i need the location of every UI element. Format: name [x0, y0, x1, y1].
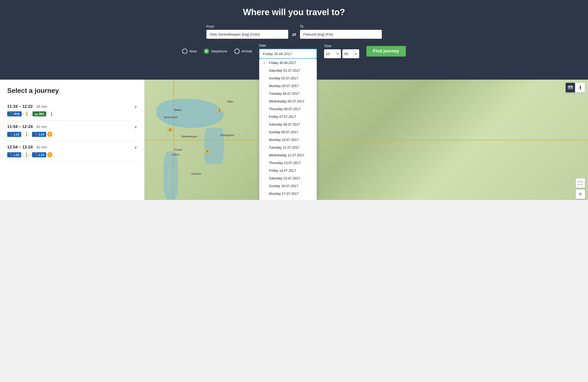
road-sign-22: 22	[167, 128, 173, 132]
badge-r10: 🚂 R10	[7, 111, 22, 116]
date-option-1[interactable]: Saturday 01.07.2017	[259, 67, 317, 74]
from-input[interactable]	[207, 30, 288, 39]
journey-expand-2[interactable]: ∨	[134, 145, 137, 150]
radio-arrival-label: Arrival	[242, 49, 252, 53]
walk-icon-1: 🚶	[49, 112, 54, 116]
map-water-2	[164, 152, 178, 200]
walk-icon-3: 🚶	[24, 152, 29, 157]
map-locate-button[interactable]	[575, 189, 585, 199]
to-input[interactable]	[300, 30, 382, 39]
journey-expand-1[interactable]: ∨	[134, 125, 137, 129]
date-option-13[interactable]: Thursday 13.07.2017	[259, 159, 317, 167]
journey-header-2: 12:54 – 13:24 30 min ∨	[7, 145, 137, 150]
date-option-3[interactable]: Monday 03.07.2017	[259, 82, 317, 90]
badge-l14-2: 🚂 L14	[32, 152, 46, 157]
from-field-group: From	[207, 24, 288, 39]
map-label-hemnes: Hemnes	[191, 172, 201, 175]
date-dropdown[interactable]: ✓Friday 30.06.2017Saturday 01.07.2017Sun…	[259, 59, 317, 200]
journey-time-2: 12:54 – 13:24	[7, 145, 33, 149]
svg-point-3	[569, 88, 569, 89]
arrow-5: ›	[22, 153, 23, 157]
map-walk-view-button[interactable]	[575, 83, 585, 92]
train-icon-l14-2: 🚂	[34, 153, 38, 157]
train-icon-l12-1: 🚂	[9, 132, 13, 136]
date-option-6[interactable]: Thursday 06.07.2017	[259, 105, 317, 113]
train-icon-l12-2: 🚂	[9, 153, 13, 157]
journey-card-1[interactable]: 11:54 – 12:24 30 min ∨ 🚂 L12 › 🚶 › 🚂 L14…	[7, 121, 137, 141]
date-option-12[interactable]: Wednesday 12.07.2017	[259, 151, 317, 159]
date-option-2[interactable]: Sunday 02.07.2017	[259, 74, 317, 82]
radio-now-circle	[182, 49, 188, 54]
date-option-17[interactable]: Monday 17.07.2017	[259, 190, 317, 197]
find-btn-wrapper: Find journey	[366, 46, 406, 57]
date-option-9[interactable]: Sunday 09.07.2017	[259, 128, 317, 136]
radio-departure-label: Departure	[211, 49, 227, 53]
journey-info-0: 11:34 – 12:22 48 min	[7, 104, 47, 109]
map-label-fosser: Fosser	[174, 148, 183, 151]
train-icon-r10: 🚂	[9, 112, 13, 116]
arrow-4: ›	[30, 132, 31, 136]
to-label: To	[300, 24, 382, 28]
badge-881: 🚌 881	[32, 111, 46, 116]
radio-departure-circle	[204, 49, 209, 54]
time-selects: 0001020304050607080910111213141516171819…	[324, 49, 359, 58]
arrow-6: ›	[30, 153, 31, 157]
map-label-matu: Matu	[227, 100, 233, 103]
header-section: Where will you travel to? From ⇄ To Now …	[0, 0, 588, 80]
map-expand-button[interactable]	[575, 178, 585, 188]
train-icon-l14-1: 🚂	[34, 132, 38, 136]
date-option-18[interactable]: Tuesday 18.07.2017	[259, 197, 317, 200]
warning-icon-1: !	[47, 132, 52, 137]
date-group: Date ✓Friday 30.06.2017Saturday 01.07.20…	[259, 43, 317, 59]
check-icon-0: ✓	[263, 61, 267, 65]
time-hour-select[interactable]: 0001020304050607080910111213141516171819…	[324, 49, 341, 58]
date-option-11[interactable]: Tuesday 11.07.2017	[259, 144, 317, 151]
time-label: Time	[324, 44, 359, 48]
time-minute-select[interactable]: 000510152025303540455055	[342, 49, 359, 58]
road-sign-21: 21	[216, 108, 222, 112]
map-label-blaker: Blaker	[174, 108, 182, 111]
transport-row-0: 🚂 R10 › 🚶 › 🚌 881 › 🚶	[7, 111, 137, 116]
radio-now[interactable]: Now	[182, 49, 197, 54]
journey-header-0: 11:34 – 12:22 48 min ∨	[7, 104, 137, 109]
journey-section: Select a journey 11:34 – 12:22 48 min ∨ …	[0, 80, 144, 200]
search-row: From ⇄ To	[10, 24, 578, 39]
date-option-0[interactable]: ✓Friday 30.06.2017	[259, 59, 317, 67]
journey-expand-0[interactable]: ∨	[134, 105, 137, 109]
to-field-group: To	[300, 24, 382, 39]
date-option-8[interactable]: Saturday 08.07.2017	[259, 121, 317, 128]
date-option-5[interactable]: Wednesday 05.07.2017	[259, 97, 317, 105]
journey-info-2: 12:54 – 13:24 30 min	[7, 145, 47, 150]
radio-arrival[interactable]: Arrival	[234, 49, 252, 54]
map-label-skillingsfors: Skillingsfors	[220, 134, 234, 137]
journey-card-0[interactable]: 11:34 – 12:22 48 min ∨ 🚂 R10 › 🚶 › 🚌 881…	[7, 100, 137, 121]
svg-point-5	[580, 85, 581, 86]
date-option-4[interactable]: Tuesday 04.07.2017	[259, 90, 317, 97]
radio-departure[interactable]: Departure	[204, 49, 227, 54]
time-group: Time 00010203040506070809101112131415161…	[324, 44, 359, 58]
radio-departure-inner	[206, 50, 207, 52]
badge-l14-1: 🚂 L14	[32, 132, 46, 137]
journey-duration-0: 48 min	[36, 105, 47, 108]
date-input[interactable]	[259, 49, 317, 59]
date-option-15[interactable]: Saturday 15.07.2017	[259, 174, 317, 182]
map-water-1	[156, 99, 224, 128]
warning-icon-2: !	[47, 152, 52, 157]
radio-row: Now Departure Arrival Date ✓Friday 30.06…	[10, 43, 578, 59]
date-option-7[interactable]: Friday 07.07.2017	[259, 113, 317, 121]
svg-rect-1	[569, 86, 570, 87]
date-option-14[interactable]: Friday 14.07.2017	[259, 167, 317, 174]
find-journey-button[interactable]: Find journey	[366, 46, 406, 57]
svg-point-4	[571, 88, 572, 89]
swap-button[interactable]: ⇄	[291, 30, 298, 39]
journey-duration-1: 30 min	[36, 125, 47, 129]
journeys-section-title: Select a journey	[7, 87, 137, 95]
page-title: Where will you travel to?	[10, 7, 578, 17]
journey-card-2[interactable]: 12:54 – 13:24 30 min ∨ 🚂 L12 › 🚶 › 🚂 L14…	[7, 141, 137, 161]
badge-l12-1: 🚂 L12	[7, 132, 21, 137]
from-label: From	[207, 24, 288, 28]
map-bus-view-button[interactable]	[566, 83, 575, 92]
journey-duration-2: 30 min	[36, 145, 47, 149]
date-option-16[interactable]: Sunday 16.07.2017	[259, 182, 317, 190]
date-option-10[interactable]: Monday 10.07.2017	[259, 136, 317, 144]
